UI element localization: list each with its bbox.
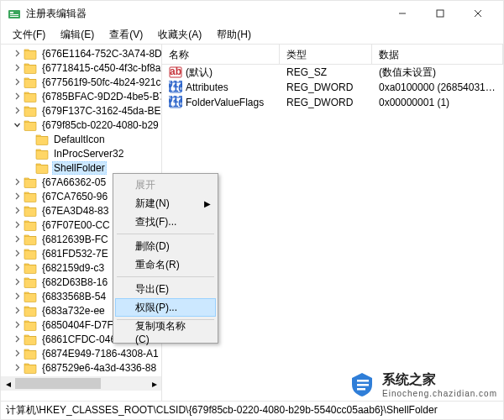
expand-icon[interactable] (13, 49, 22, 58)
expand-icon[interactable] (13, 263, 22, 272)
watermark-logo-icon (347, 370, 377, 400)
minimize-button[interactable] (383, 1, 421, 26)
expand-placeholder (24, 163, 34, 172)
folder-icon (24, 176, 37, 188)
folder-icon (24, 348, 37, 360)
tree-item-label: InProcServer32 (52, 147, 125, 160)
ctx-copy-key-name[interactable]: 复制项名称(C) (115, 323, 216, 341)
menu-view[interactable]: 查看(V) (102, 26, 150, 44)
value-name: Attributes (186, 81, 228, 93)
menu-favorites[interactable]: 收藏夹(A) (151, 26, 208, 44)
collapse-icon[interactable] (13, 120, 22, 129)
expand-placeholder (24, 134, 34, 144)
scroll-right-button[interactable]: ▸ (147, 376, 161, 391)
scroll-thumb[interactable] (15, 378, 101, 389)
folder-icon (24, 305, 37, 317)
ctx-expand[interactable]: 展开 (115, 176, 216, 194)
tree-item[interactable]: DefaultIcon (1, 132, 161, 146)
tree-item-label: {67F07E00-CC (40, 218, 112, 232)
ctx-delete[interactable]: 删除(D) (115, 237, 216, 255)
expand-icon[interactable] (13, 92, 22, 101)
tree-item[interactable]: {676E1164-752C-3A74-8D (1, 46, 161, 60)
tree-item-label: {6785BFAC-9D2D-4be5-B7 (40, 90, 162, 103)
binary-value-icon (169, 96, 182, 109)
expand-icon[interactable] (13, 192, 22, 201)
scroll-track[interactable] (15, 376, 147, 391)
expand-icon[interactable] (13, 234, 22, 244)
expand-icon[interactable] (13, 277, 22, 286)
scroll-left-button[interactable]: ◂ (1, 376, 15, 391)
ctx-permissions[interactable]: 权限(P)... (115, 298, 216, 317)
list-header: 名称 类型 数据 (162, 45, 503, 65)
ctx-separator (117, 234, 214, 234)
ctx-new[interactable]: 新建(N)▶ (115, 194, 216, 213)
menu-file[interactable]: 文件(F) (6, 26, 52, 44)
expand-icon[interactable] (13, 306, 22, 315)
expand-icon[interactable] (13, 320, 22, 329)
folder-icon (24, 48, 37, 60)
ctx-rename[interactable]: 重命名(R) (115, 255, 216, 274)
tree-item-label: {6874E949-7186-4308-A1 (40, 347, 160, 360)
watermark-url: Einocheng.chazidian.com (382, 389, 497, 398)
tree-item[interactable]: {687529e6-4a3d-4336-88 (1, 360, 161, 375)
string-value-icon (169, 66, 182, 79)
expand-icon[interactable] (13, 177, 22, 186)
cell-name: FolderValueFlags (162, 96, 280, 109)
folder-icon (24, 276, 37, 288)
folder-icon (35, 148, 49, 160)
list-row[interactable]: AttributesREG_DWORD0xa0100000 (268540313… (162, 80, 503, 95)
tree-item[interactable]: {679f85cb-0220-4080-b29 (1, 118, 161, 132)
folder-icon (24, 262, 37, 274)
tree-item[interactable]: {679F137C-3162-45da-BE3 (1, 103, 161, 118)
svg-rect-12 (357, 388, 365, 391)
col-header-data[interactable]: 数据 (372, 45, 503, 64)
cell-data: 0x00000001 (1) (372, 97, 503, 108)
watermark: 系统之家 Einocheng.chazidian.com (347, 370, 497, 400)
col-header-type[interactable]: 类型 (280, 45, 372, 64)
expand-icon[interactable] (13, 63, 22, 72)
close-button[interactable] (459, 1, 496, 26)
folder-icon (24, 119, 37, 131)
cell-name: Attributes (162, 81, 280, 94)
statusbar: 计算机\HKEY_CLASSES_ROOT\CLSID\{679f85cb-02… (1, 401, 503, 419)
expand-icon[interactable] (13, 106, 22, 115)
tree-item-label: {687529e6-4a3d-4336-88 (40, 361, 158, 375)
menubar: 文件(F) 编辑(E) 查看(V) 收藏夹(A) 帮助(H) (1, 26, 503, 45)
tree-item[interactable]: {6874E949-7186-4308-A1 (1, 346, 161, 360)
expand-icon[interactable] (13, 349, 22, 358)
tree-item[interactable]: {6785BFAC-9D2D-4be5-B7 (1, 89, 161, 103)
col-header-name[interactable]: 名称 (162, 45, 280, 64)
tree-item-label: {683a732e-ee (40, 304, 107, 318)
menu-help[interactable]: 帮助(H) (210, 26, 258, 44)
cell-data: 0xa0100000 (2685403136) (372, 81, 503, 93)
app-icon (8, 7, 21, 20)
maximize-button[interactable] (421, 1, 459, 26)
expand-icon[interactable] (13, 249, 22, 258)
ctx-export[interactable]: 导出(E) (115, 280, 216, 298)
status-path: 计算机\HKEY_CLASSES_ROOT\CLSID\{679f85cb-02… (6, 403, 438, 417)
folder-icon (24, 291, 37, 302)
tree-item-label: {67CA7650-96 (40, 190, 109, 203)
cell-data: (数值未设置) (372, 66, 503, 80)
tree-item[interactable]: InProcServer32 (1, 146, 161, 160)
expand-icon[interactable] (13, 291, 22, 301)
expand-icon[interactable] (13, 363, 22, 372)
ctx-find[interactable]: 查找(F)... (115, 213, 216, 231)
expand-icon[interactable] (13, 206, 22, 215)
tree-item-label: {67A66362-05 (40, 176, 108, 189)
tree-item[interactable]: {67718415-c450-4f3c-bf8a (1, 60, 161, 75)
menu-edit[interactable]: 编辑(E) (54, 26, 101, 44)
expand-icon[interactable] (13, 220, 22, 229)
svg-rect-9 (437, 10, 444, 17)
tree-item[interactable]: {677561f9-50fc-4b24-921c (1, 75, 161, 89)
tree-h-scrollbar[interactable]: ◂ ▸ (1, 376, 161, 391)
list-row[interactable]: (默认)REG_SZ(数值未设置) (162, 65, 503, 80)
folder-icon (24, 62, 37, 74)
folder-icon (24, 248, 37, 260)
tree-item-label: {67EA3D48-83 (40, 204, 110, 218)
titlebar: 注册表编辑器 (1, 1, 503, 26)
list-row[interactable]: FolderValueFlagsREG_DWORD0x00000001 (1) (162, 95, 503, 110)
expand-icon[interactable] (13, 334, 22, 344)
expand-icon[interactable] (13, 77, 22, 87)
folder-icon (24, 76, 37, 88)
